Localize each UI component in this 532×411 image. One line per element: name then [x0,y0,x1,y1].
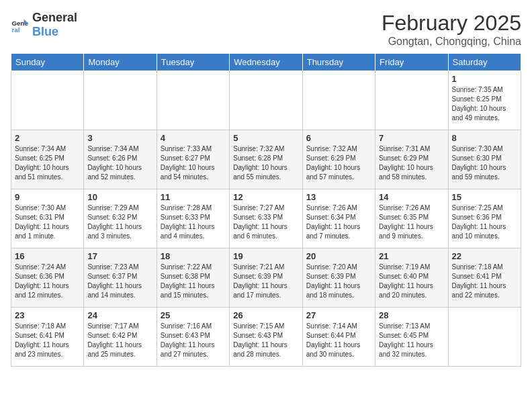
day-number: 13 [306,192,371,202]
day-number: 16 [15,251,80,261]
calendar-cell: 7Sunrise: 7:31 AM Sunset: 6:29 PM Daylig… [375,130,448,189]
header: Gene ral General Blue February 2025 Gong… [11,11,521,48]
day-number: 22 [452,251,517,261]
calendar-cell: 19Sunrise: 7:21 AM Sunset: 6:39 PM Dayli… [230,248,302,308]
weekday-header-row: SundayMondayTuesdayWednesdayThursdayFrid… [11,54,521,71]
day-number: 28 [379,310,444,320]
calendar-cell [230,71,302,130]
day-number: 2 [15,133,80,143]
calendar-cell: 13Sunrise: 7:26 AM Sunset: 6:34 PM Dayli… [302,189,375,248]
weekday-header-friday: Friday [375,54,448,71]
day-number: 10 [87,192,152,202]
day-number: 5 [233,133,298,143]
calendar-cell: 15Sunrise: 7:25 AM Sunset: 6:36 PM Dayli… [448,189,521,248]
logo-text: General Blue [32,11,77,39]
calendar-table: SundayMondayTuesdayWednesdayThursdayFrid… [11,53,521,367]
day-info: Sunrise: 7:34 AM Sunset: 6:25 PM Dayligh… [15,144,80,182]
day-number: 14 [379,192,444,202]
day-info: Sunrise: 7:30 AM Sunset: 6:31 PM Dayligh… [15,203,80,241]
calendar-cell [11,71,84,130]
day-number: 19 [233,251,298,261]
day-number: 21 [379,251,444,261]
calendar-cell: 20Sunrise: 7:20 AM Sunset: 6:39 PM Dayli… [302,248,375,308]
day-number: 6 [306,133,371,143]
day-info: Sunrise: 7:26 AM Sunset: 6:34 PM Dayligh… [306,203,371,241]
day-info: Sunrise: 7:17 AM Sunset: 6:42 PM Dayligh… [87,322,152,359]
day-info: Sunrise: 7:25 AM Sunset: 6:36 PM Dayligh… [452,203,517,241]
day-info: Sunrise: 7:32 AM Sunset: 6:28 PM Dayligh… [233,144,298,182]
day-number: 20 [306,251,371,261]
day-number: 23 [15,310,80,320]
day-info: Sunrise: 7:22 AM Sunset: 6:38 PM Dayligh… [161,263,226,300]
calendar-cell: 3Sunrise: 7:34 AM Sunset: 6:26 PM Daylig… [84,130,157,189]
day-info: Sunrise: 7:15 AM Sunset: 6:43 PM Dayligh… [233,322,298,359]
day-number: 12 [233,192,298,202]
day-info: Sunrise: 7:19 AM Sunset: 6:40 PM Dayligh… [379,263,444,300]
calendar-cell: 9Sunrise: 7:30 AM Sunset: 6:31 PM Daylig… [11,189,84,248]
calendar-cell: 28Sunrise: 7:13 AM Sunset: 6:45 PM Dayli… [375,308,448,367]
calendar-cell: 11Sunrise: 7:28 AM Sunset: 6:33 PM Dayli… [157,189,229,248]
calendar-cell: 25Sunrise: 7:16 AM Sunset: 6:43 PM Dayli… [157,308,229,367]
week-row-2: 9Sunrise: 7:30 AM Sunset: 6:31 PM Daylig… [11,189,521,248]
day-info: Sunrise: 7:16 AM Sunset: 6:43 PM Dayligh… [161,322,226,359]
calendar-cell [84,71,157,130]
day-number: 18 [161,251,226,261]
day-number: 26 [233,310,298,320]
weekday-header-thursday: Thursday [302,54,375,71]
location-title: Gongtan, Chongqing, China [382,36,521,48]
calendar-cell: 14Sunrise: 7:26 AM Sunset: 6:35 PM Dayli… [375,189,448,248]
day-number: 3 [87,133,152,143]
svg-text:ral: ral [11,26,19,34]
day-number: 1 [452,74,517,84]
day-info: Sunrise: 7:18 AM Sunset: 6:41 PM Dayligh… [452,263,517,300]
calendar-cell: 18Sunrise: 7:22 AM Sunset: 6:38 PM Dayli… [157,248,229,308]
day-number: 17 [87,251,152,261]
day-info: Sunrise: 7:31 AM Sunset: 6:29 PM Dayligh… [379,144,444,182]
day-number: 4 [161,133,226,143]
calendar-cell: 17Sunrise: 7:23 AM Sunset: 6:37 PM Dayli… [84,248,157,308]
day-info: Sunrise: 7:20 AM Sunset: 6:39 PM Dayligh… [306,263,371,300]
day-info: Sunrise: 7:35 AM Sunset: 6:25 PM Dayligh… [452,85,517,123]
calendar-cell: 6Sunrise: 7:32 AM Sunset: 6:29 PM Daylig… [302,130,375,189]
calendar-cell: 2Sunrise: 7:34 AM Sunset: 6:25 PM Daylig… [11,130,84,189]
day-info: Sunrise: 7:34 AM Sunset: 6:26 PM Dayligh… [87,144,152,182]
day-info: Sunrise: 7:23 AM Sunset: 6:37 PM Dayligh… [87,263,152,300]
calendar-cell: 21Sunrise: 7:19 AM Sunset: 6:40 PM Dayli… [375,248,448,308]
weekday-header-monday: Monday [84,54,157,71]
day-info: Sunrise: 7:28 AM Sunset: 6:33 PM Dayligh… [161,203,226,241]
day-number: 8 [452,133,517,143]
day-number: 24 [87,310,152,320]
calendar-cell: 16Sunrise: 7:24 AM Sunset: 6:36 PM Dayli… [11,248,84,308]
calendar-cell [448,308,521,367]
day-number: 27 [306,310,371,320]
calendar-cell: 4Sunrise: 7:33 AM Sunset: 6:27 PM Daylig… [157,130,229,189]
day-info: Sunrise: 7:13 AM Sunset: 6:45 PM Dayligh… [379,322,444,359]
day-number: 11 [161,192,226,202]
week-row-3: 16Sunrise: 7:24 AM Sunset: 6:36 PM Dayli… [11,248,521,308]
calendar-cell [157,71,229,130]
day-info: Sunrise: 7:14 AM Sunset: 6:44 PM Dayligh… [306,322,371,359]
calendar-cell [302,71,375,130]
day-info: Sunrise: 7:32 AM Sunset: 6:29 PM Dayligh… [306,144,371,182]
day-info: Sunrise: 7:21 AM Sunset: 6:39 PM Dayligh… [233,263,298,300]
calendar-cell: 24Sunrise: 7:17 AM Sunset: 6:42 PM Dayli… [84,308,157,367]
calendar-cell: 5Sunrise: 7:32 AM Sunset: 6:28 PM Daylig… [230,130,302,189]
day-number: 15 [452,192,517,202]
month-title: February 2025 [382,11,521,36]
weekday-header-wednesday: Wednesday [230,54,302,71]
calendar-cell: 22Sunrise: 7:18 AM Sunset: 6:41 PM Dayli… [448,248,521,308]
day-info: Sunrise: 7:27 AM Sunset: 6:33 PM Dayligh… [233,203,298,241]
weekday-header-sunday: Sunday [11,54,84,71]
day-number: 9 [15,192,80,202]
weekday-header-saturday: Saturday [448,54,521,71]
day-info: Sunrise: 7:18 AM Sunset: 6:41 PM Dayligh… [15,322,80,359]
day-number: 25 [161,310,226,320]
week-row-4: 23Sunrise: 7:18 AM Sunset: 6:41 PM Dayli… [11,308,521,367]
calendar-cell: 12Sunrise: 7:27 AM Sunset: 6:33 PM Dayli… [230,189,302,248]
day-info: Sunrise: 7:26 AM Sunset: 6:35 PM Dayligh… [379,203,444,241]
day-info: Sunrise: 7:29 AM Sunset: 6:32 PM Dayligh… [87,203,152,241]
calendar-cell: 27Sunrise: 7:14 AM Sunset: 6:44 PM Dayli… [302,308,375,367]
weekday-header-tuesday: Tuesday [157,54,229,71]
title-section: February 2025 Gongtan, Chongqing, China [382,11,521,48]
calendar-cell: 8Sunrise: 7:30 AM Sunset: 6:30 PM Daylig… [448,130,521,189]
